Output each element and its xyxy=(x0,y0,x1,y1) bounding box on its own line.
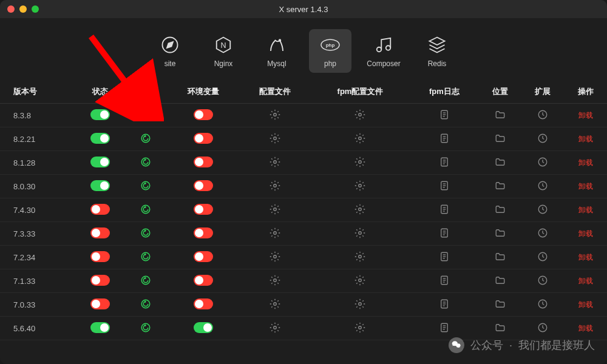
restart-icon[interactable] xyxy=(140,322,152,334)
plugin-icon[interactable] xyxy=(537,203,549,215)
plugin-icon[interactable] xyxy=(537,132,549,144)
status-toggle[interactable] xyxy=(90,298,110,309)
restart-icon[interactable] xyxy=(140,274,152,286)
tab-composer[interactable]: Composer xyxy=(362,29,405,73)
status-toggle[interactable] xyxy=(90,109,110,120)
plugin-icon[interactable] xyxy=(537,251,549,263)
tab-label: Composer xyxy=(367,59,400,68)
file-icon[interactable] xyxy=(438,298,450,310)
gear-icon[interactable] xyxy=(269,132,281,144)
uninstall-link[interactable]: 卸载 xyxy=(578,300,593,309)
gear-icon[interactable] xyxy=(354,109,366,121)
folder-icon[interactable] xyxy=(494,322,506,334)
folder-icon[interactable] xyxy=(494,180,506,192)
plugin-icon[interactable] xyxy=(537,180,549,192)
folder-icon[interactable] xyxy=(494,132,506,144)
plugin-icon[interactable] xyxy=(537,109,549,121)
tab-php[interactable]: phpphp xyxy=(309,29,351,73)
tab-nginx[interactable]: NNginx xyxy=(202,29,245,73)
gear-icon[interactable] xyxy=(269,251,281,263)
gear-icon[interactable] xyxy=(269,274,281,286)
plugin-icon[interactable] xyxy=(537,227,549,239)
restart-icon[interactable] xyxy=(140,132,152,144)
env-toggle[interactable] xyxy=(194,157,213,167)
plugin-icon[interactable] xyxy=(537,322,549,334)
svg-point-75 xyxy=(274,303,277,306)
tab-mysql[interactable]: Mysql xyxy=(256,29,298,73)
gear-icon[interactable] xyxy=(269,180,281,192)
status-toggle[interactable] xyxy=(90,322,110,333)
uninstall-link[interactable]: 卸载 xyxy=(578,253,593,261)
status-toggle[interactable] xyxy=(90,251,110,262)
plugin-icon[interactable] xyxy=(537,298,549,310)
file-icon[interactable] xyxy=(438,203,450,215)
gear-icon[interactable] xyxy=(354,251,366,263)
plugin-icon[interactable] xyxy=(537,156,549,168)
gear-icon[interactable] xyxy=(354,322,366,334)
folder-icon[interactable] xyxy=(494,274,506,286)
status-toggle[interactable] xyxy=(90,204,110,215)
restart-icon[interactable] xyxy=(140,227,152,239)
env-toggle[interactable] xyxy=(194,298,213,309)
status-toggle[interactable] xyxy=(90,157,110,167)
restart-icon[interactable] xyxy=(140,203,152,215)
env-toggle[interactable] xyxy=(194,251,213,262)
status-toggle[interactable] xyxy=(90,228,110,238)
file-icon[interactable] xyxy=(438,180,450,192)
uninstall-link[interactable]: 卸载 xyxy=(578,182,593,190)
file-icon[interactable] xyxy=(438,109,450,121)
gear-icon[interactable] xyxy=(269,109,281,121)
gear-icon[interactable] xyxy=(354,203,366,215)
file-icon[interactable] xyxy=(438,251,450,263)
file-icon[interactable] xyxy=(438,322,450,334)
folder-icon[interactable] xyxy=(494,203,506,215)
folder-icon[interactable] xyxy=(494,109,506,121)
gear-icon[interactable] xyxy=(269,227,281,239)
tab-site[interactable]: site xyxy=(149,29,191,73)
folder-icon[interactable] xyxy=(494,251,506,263)
env-toggle[interactable] xyxy=(194,133,213,144)
gear-icon[interactable] xyxy=(354,132,366,144)
restart-icon[interactable] xyxy=(140,251,152,263)
uninstall-link[interactable]: 卸载 xyxy=(578,158,593,167)
env-toggle[interactable] xyxy=(194,204,213,215)
folder-icon[interactable] xyxy=(494,227,506,239)
plugin-icon[interactable] xyxy=(537,274,549,286)
status-toggle[interactable] xyxy=(90,133,110,144)
svg-text:php: php xyxy=(326,42,335,48)
gear-icon[interactable] xyxy=(354,298,366,310)
env-toggle[interactable] xyxy=(194,228,213,238)
table-row: 7.1.33 卸载 xyxy=(0,269,607,293)
uninstall-link[interactable]: 卸载 xyxy=(578,229,593,238)
restart-icon[interactable] xyxy=(140,298,152,310)
env-toggle[interactable] xyxy=(194,322,213,333)
uninstall-link[interactable]: 卸载 xyxy=(578,135,593,143)
gear-icon[interactable] xyxy=(354,274,366,286)
env-toggle[interactable] xyxy=(194,275,213,286)
file-icon[interactable] xyxy=(438,227,450,239)
uninstall-link[interactable]: 卸载 xyxy=(578,111,593,120)
uninstall-link[interactable]: 卸载 xyxy=(578,206,593,214)
gear-icon[interactable] xyxy=(269,156,281,168)
folder-icon[interactable] xyxy=(494,156,506,168)
status-toggle[interactable] xyxy=(90,180,110,191)
restart-icon[interactable] xyxy=(140,180,152,192)
gear-icon[interactable] xyxy=(269,322,281,334)
tab-redis[interactable]: Redis xyxy=(416,29,458,73)
restart-icon[interactable] xyxy=(140,156,152,168)
gear-icon[interactable] xyxy=(354,227,366,239)
status-toggle[interactable] xyxy=(90,275,110,286)
folder-icon[interactable] xyxy=(494,298,506,310)
gear-icon[interactable] xyxy=(354,156,366,168)
env-toggle[interactable] xyxy=(194,109,213,120)
file-icon[interactable] xyxy=(438,274,450,286)
uninstall-link[interactable]: 卸载 xyxy=(578,324,593,332)
file-icon[interactable] xyxy=(438,156,450,168)
env-toggle[interactable] xyxy=(194,180,213,191)
gear-icon[interactable] xyxy=(269,298,281,310)
gear-icon[interactable] xyxy=(269,203,281,215)
gear-icon[interactable] xyxy=(354,180,366,192)
uninstall-link[interactable]: 卸载 xyxy=(578,277,593,285)
file-icon[interactable] xyxy=(438,132,450,144)
restart-icon[interactable] xyxy=(140,109,152,121)
